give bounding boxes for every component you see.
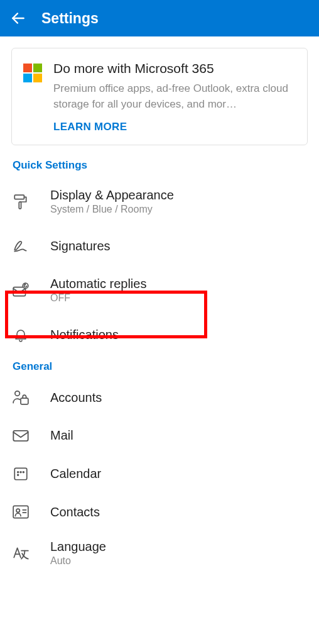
section-header-general: General — [0, 354, 319, 378]
item-title: Contacts — [50, 505, 306, 519]
auto-reply-icon — [11, 282, 30, 299]
promo-title: Do more with Microsoft 365 — [53, 61, 296, 76]
item-subtitle: System / Blue / Roomy — [50, 204, 306, 215]
svg-point-14 — [16, 509, 19, 512]
item-title: Mail — [50, 428, 306, 443]
item-title: Language — [50, 540, 306, 554]
svg-point-9 — [18, 472, 19, 473]
item-title: Notifications — [50, 328, 306, 342]
general-settings-list: Accounts Mail Calendar — [0, 378, 319, 575]
svg-rect-6 — [21, 398, 28, 404]
svg-rect-8 — [14, 469, 27, 480]
mail-icon — [11, 429, 30, 443]
item-title: Signatures — [50, 239, 306, 253]
back-arrow-icon[interactable] — [10, 10, 26, 26]
item-signatures[interactable]: Signatures — [0, 226, 319, 265]
item-accounts[interactable]: Accounts — [0, 378, 319, 417]
language-icon — [11, 545, 30, 562]
svg-point-10 — [20, 472, 21, 473]
item-title: Display & Appearance — [50, 188, 306, 203]
svg-rect-1 — [14, 195, 24, 199]
contacts-icon — [11, 504, 30, 519]
promo-content: Do more with Microsoft 365 Premium offic… — [53, 61, 296, 133]
item-title: Accounts — [50, 391, 306, 405]
item-title: Calendar — [50, 467, 306, 481]
promo-subtitle: Premium office apps, ad-free Outlook, ex… — [53, 81, 296, 112]
item-title: Automatic replies — [50, 277, 306, 291]
learn-more-link[interactable]: LEARN MORE — [53, 121, 296, 133]
microsoft-logo-icon — [23, 64, 42, 82]
quick-settings-list: Display & Appearance System / Blue / Roo… — [0, 177, 319, 354]
section-header-quick: Quick Settings — [0, 153, 319, 177]
app-header: Settings — [0, 0, 319, 36]
svg-point-11 — [23, 472, 24, 473]
item-automatic-replies[interactable]: Automatic replies OFF — [0, 265, 319, 315]
item-display-appearance[interactable]: Display & Appearance System / Blue / Roo… — [0, 177, 319, 226]
promo-card[interactable]: Do more with Microsoft 365 Premium offic… — [11, 48, 308, 145]
svg-point-5 — [15, 391, 20, 396]
page-title: Settings — [41, 10, 99, 27]
item-contacts[interactable]: Contacts — [0, 493, 319, 531]
calendar-icon — [11, 465, 30, 482]
bell-icon — [11, 326, 30, 343]
svg-rect-3 — [13, 287, 25, 296]
item-subtitle: OFF — [50, 292, 306, 304]
svg-rect-7 — [13, 431, 28, 441]
item-subtitle: Auto — [50, 555, 306, 567]
item-language[interactable]: Language Auto — [0, 531, 319, 575]
svg-point-4 — [23, 283, 28, 289]
svg-rect-2 — [19, 202, 21, 209]
item-notifications[interactable]: Notifications — [0, 315, 319, 354]
paint-roller-icon — [11, 194, 30, 210]
svg-point-12 — [18, 475, 19, 476]
pen-icon — [11, 238, 30, 254]
item-calendar[interactable]: Calendar — [0, 454, 319, 493]
item-mail[interactable]: Mail — [0, 417, 319, 454]
accounts-icon — [11, 389, 30, 406]
